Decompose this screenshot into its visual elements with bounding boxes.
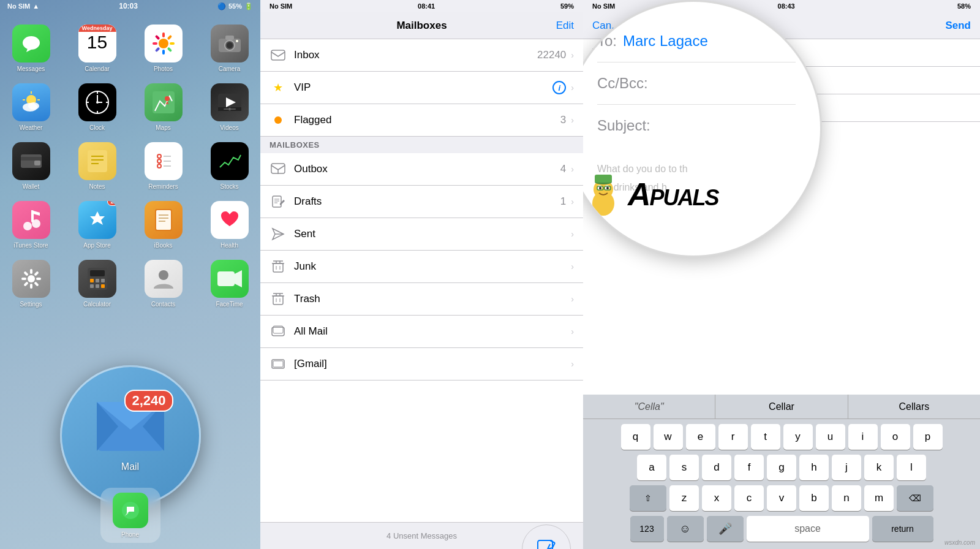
app-camera[interactable]: Camera — [202, 25, 257, 72]
key-a[interactable]: a — [637, 455, 666, 480]
svg-rect-5 — [170, 42, 175, 45]
key-p[interactable]: p — [913, 424, 943, 450]
mailbox-flagged[interactable]: Flagged 3 › — [260, 104, 583, 137]
key-l[interactable]: l — [897, 455, 926, 480]
key-k[interactable]: k — [864, 455, 894, 480]
app-wallet[interactable]: Wallet — [4, 142, 59, 190]
compose-button[interactable] — [522, 524, 571, 549]
key-v[interactable]: v — [767, 485, 796, 511]
key-s[interactable]: s — [669, 455, 699, 480]
svg-rect-77 — [90, 284, 94, 288]
status-right: 🔵 55% 🔋 — [217, 2, 253, 10]
app-ibooks[interactable]: iBooks — [136, 201, 191, 249]
autocomplete-cellar[interactable]: Cellar — [715, 395, 848, 418]
mailbox-trash[interactable]: Trash › — [260, 283, 583, 316]
compose-subject-field[interactable]: Subject: — [583, 94, 980, 122]
key-f[interactable]: f — [734, 455, 764, 480]
compose-cancel-button[interactable]: Can... — [592, 20, 620, 32]
compose-battery: 58% — [957, 2, 971, 10]
mailbox-inbox[interactable]: Inbox 22240 › — [260, 39, 583, 72]
app-videos[interactable]: Videos — [202, 83, 257, 131]
app-itunes[interactable]: iTunes Store — [4, 201, 59, 249]
signal-icon: ▲ — [32, 2, 39, 10]
key-shift[interactable]: ⇧ — [630, 485, 666, 511]
app-contacts[interactable]: Contacts — [136, 260, 191, 308]
app-messages-label: Messages — [17, 66, 45, 72]
compose-to-field[interactable]: To: Marc Lagace — [583, 39, 980, 67]
mailbox-allmail[interactable]: All Mail › — [260, 316, 583, 348]
key-w[interactable]: w — [654, 424, 683, 450]
app-maps[interactable]: Maps — [136, 83, 191, 131]
svg-rect-4 — [167, 35, 172, 40]
key-e[interactable]: e — [686, 424, 715, 450]
key-space[interactable]: space — [747, 516, 869, 542]
key-d[interactable]: d — [702, 455, 731, 480]
compose-body[interactable]: What do you do to thme drinks and h — [583, 122, 980, 159]
app-settings[interactable]: Settings — [4, 260, 59, 308]
key-delete[interactable]: ⌫ — [897, 485, 933, 511]
junk-icon — [270, 258, 287, 275]
key-123[interactable]: 123 — [630, 516, 664, 542]
dock-phone[interactable]: Phone — [113, 493, 148, 538]
app-stocks[interactable]: Stocks — [202, 142, 257, 190]
key-r[interactable]: r — [718, 424, 748, 450]
compose-send-button[interactable]: Send — [945, 20, 971, 32]
key-i[interactable]: i — [848, 424, 878, 450]
key-emoji[interactable]: ☺ — [667, 516, 704, 542]
key-z[interactable]: z — [669, 485, 699, 511]
app-appstore[interactable]: 24 App Store — [70, 201, 125, 249]
key-return[interactable]: return — [872, 516, 933, 542]
app-photos[interactable]: Photos — [136, 25, 191, 72]
key-q[interactable]: q — [621, 424, 650, 450]
key-y[interactable]: y — [783, 424, 813, 450]
key-b[interactable]: b — [799, 485, 829, 511]
app-notes[interactable]: Notes — [70, 142, 125, 190]
compose-cc-field[interactable]: Cc/Bcc: — [583, 67, 980, 94]
mailboxes-section-header: MAILBOXES — [260, 137, 583, 153]
mailbox-gmail[interactable]: [Gmail] › — [260, 348, 583, 381]
flagged-count: 3 — [560, 114, 566, 126]
app-health[interactable]: Health — [202, 201, 257, 249]
vip-label: VIP — [294, 81, 552, 94]
mail-edit-button[interactable]: Edit — [556, 20, 574, 32]
app-reminders[interactable]: Reminders — [136, 142, 191, 190]
mailbox-junk[interactable]: Junk › — [260, 251, 583, 283]
drafts-icon — [270, 193, 287, 210]
app-health-label: Health — [221, 242, 238, 249]
mailbox-outbox[interactable]: Outbox 4 › — [260, 153, 583, 186]
compose-to-value: Marc Lagace — [646, 47, 971, 59]
svg-rect-69 — [23, 281, 28, 286]
key-c[interactable]: c — [734, 485, 764, 511]
svg-rect-67 — [34, 281, 39, 286]
gmail-content: [Gmail] › — [294, 358, 574, 370]
key-j[interactable]: j — [832, 455, 861, 480]
mailbox-sent[interactable]: Sent › — [260, 218, 583, 251]
app-calculator[interactable]: Calculator — [70, 260, 125, 308]
keyboard-row-4: 123 ☺ 🎤 space return — [586, 516, 978, 542]
app-clock[interactable]: Clock — [70, 83, 125, 131]
key-t[interactable]: t — [751, 424, 780, 450]
svg-rect-75 — [96, 279, 99, 282]
drafts-chevron: › — [571, 197, 574, 206]
key-mic[interactable]: 🎤 — [707, 516, 744, 542]
key-m[interactable]: m — [864, 485, 894, 511]
key-o[interactable]: o — [881, 424, 910, 450]
app-facetime[interactable]: FaceTime — [202, 260, 257, 308]
app-messages[interactable]: Messages — [4, 25, 59, 72]
sent-content: Sent › — [294, 228, 574, 240]
autocomplete-cella[interactable]: "Cella" — [583, 395, 715, 418]
key-h[interactable]: h — [799, 455, 829, 480]
autocomplete-cellars[interactable]: Cellars — [848, 395, 980, 418]
app-calendar[interactable]: Wednesday 15 Calendar — [70, 25, 125, 72]
svg-rect-58 — [156, 210, 171, 230]
app-facetime-label: FaceTime — [216, 301, 243, 308]
inbox-content: Inbox 22240 › — [294, 49, 574, 61]
mailbox-drafts[interactable]: Drafts 1 › — [260, 186, 583, 218]
key-u[interactable]: u — [816, 424, 845, 450]
key-n[interactable]: n — [832, 485, 861, 511]
key-g[interactable]: g — [767, 455, 796, 480]
mailbox-vip[interactable]: ★ VIP i › — [260, 72, 583, 104]
key-x[interactable]: x — [702, 485, 731, 511]
vip-info-icon[interactable]: i — [552, 81, 566, 94]
app-weather[interactable]: Weather — [4, 83, 59, 131]
